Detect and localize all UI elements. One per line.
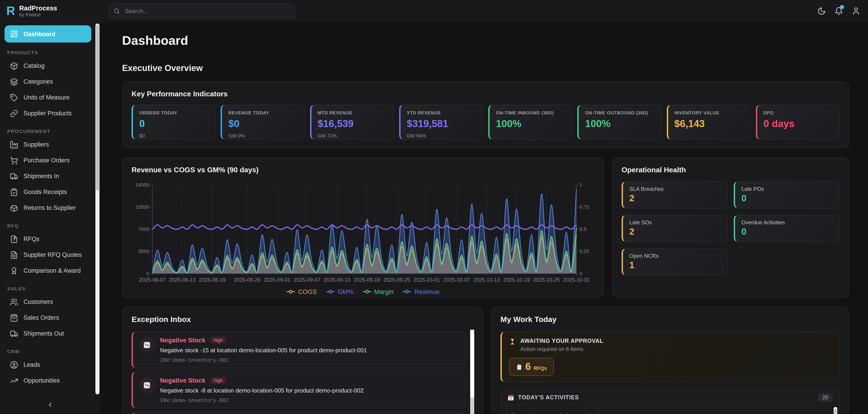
health-value: 1 (629, 261, 721, 269)
sidebar-item-opportunities[interactable]: Opportunities (4, 373, 91, 388)
sidebar-section-procurement: PROCUREMENT (7, 128, 91, 134)
kpi-value: 100% (496, 119, 565, 129)
sidebar-item-leads[interactable]: Leads (4, 357, 91, 373)
cart-icon (10, 156, 18, 165)
legend-item-cogs[interactable]: COGS (286, 288, 317, 295)
calendar-icon: 17 (507, 394, 515, 401)
svg-text:2025-08-07: 2025-08-07 (139, 277, 166, 283)
activities-scrollbar[interactable] (834, 407, 837, 414)
svg-text:2025-10-01: 2025-10-01 (413, 277, 440, 283)
file-text-icon (10, 251, 18, 259)
search-box[interactable] (108, 3, 295, 18)
activity-title: Review overnight production reports (520, 412, 630, 414)
circle-user-icon (10, 361, 18, 369)
awaiting-approval-card: AWAITING YOUR APPROVAL Action required o… (500, 331, 839, 382)
exception-item[interactable]: Negative StockhighNegative stock -15 at … (131, 331, 466, 368)
legend-item-gm[interactable]: GM% (326, 288, 353, 295)
app-root: R RadProcess by Radext DashboardPRODUCTS… (0, 0, 868, 414)
health-value: 0 (741, 227, 833, 236)
svg-text:7000: 7000 (138, 226, 149, 232)
chart-down-icon (139, 337, 155, 353)
kpi-label: MTD REVENUE (318, 110, 387, 115)
svg-text:2025-10-25: 2025-10-25 (533, 277, 560, 283)
theme-toggle-moon-icon[interactable] (816, 6, 827, 16)
shopping-bag-icon (10, 314, 18, 322)
exception-reference: INV:demo-inventory-002 (160, 397, 364, 403)
legend-item-margin[interactable]: Margin (362, 288, 394, 295)
svg-text:17: 17 (509, 397, 513, 400)
legend-marker-icon (362, 289, 371, 294)
activity-item[interactable]: Review overnight production reports (501, 405, 839, 414)
health-value: 2 (629, 194, 721, 203)
sidebar-item-returns-to-supplier[interactable]: Returns to Supplier (4, 200, 91, 216)
rfqs-count: 6 (525, 362, 531, 372)
sidebar-item-dashboard[interactable]: Dashboard (4, 25, 91, 42)
operational-health-title: Operational Health (622, 166, 839, 174)
legend-label: GM% (338, 288, 353, 295)
kpi-label: ORDERS TODAY (139, 110, 209, 115)
sidebar-item-customers[interactable]: Customers (4, 294, 91, 310)
activities-scrollbar-thumb[interactable] (834, 409, 837, 414)
rfqs-approval-button[interactable]: 6 RFQs (509, 358, 554, 376)
health-label: Late POs (741, 186, 833, 192)
tag-icon (10, 93, 18, 101)
sidebar-scrollbar[interactable] (95, 24, 99, 394)
activities-list: Review overnight production reports (501, 405, 839, 414)
kpi-panel-title: Key Performance Indicators (131, 90, 839, 98)
kpi-value: $6,143 (674, 119, 744, 129)
sidebar-item-goods-receipts[interactable]: Goods Receipts (4, 184, 91, 200)
clipboard-icon (516, 363, 523, 371)
app-byline: by Radext (19, 12, 57, 18)
sidebar-item-purchase-orders[interactable]: Purchase Orders (4, 152, 91, 168)
exception-inbox-panel: Exception Inbox Negative StockhighNegati… (122, 306, 483, 414)
legend-label: COGS (298, 288, 317, 295)
todays-activities-title: TODAY'S ACTIVITIES (518, 394, 814, 401)
exception-inbox-title: Exception Inbox (131, 315, 473, 324)
legend-item-revenue[interactable]: Revenue (403, 288, 440, 295)
sidebar-section-rfq: RFQ (7, 223, 91, 228)
exception-scrollbar-thumb[interactable] (470, 330, 474, 397)
sidebar-item-sales-orders[interactable]: Sales Orders (4, 310, 91, 326)
kpi-grid: ORDERS TODAY0$0REVENUE TODAY$0GM 0%MTD R… (131, 105, 839, 140)
clipboard-check-icon (10, 188, 18, 196)
user-account-icon[interactable] (851, 6, 861, 16)
sidebar-item-shipments-in[interactable]: Shipments In (4, 168, 91, 184)
sidebar-item-supplier-products[interactable]: Supplier Products (4, 106, 91, 121)
sidebar-item-comparison-award[interactable]: Comparison & Award (4, 263, 91, 278)
sidebar-collapse-button[interactable] (0, 395, 100, 414)
package-open-icon (10, 204, 18, 212)
svg-text:2025-09-25: 2025-09-25 (383, 277, 410, 283)
svg-text:2025-08-26: 2025-08-26 (234, 277, 260, 283)
sidebar: R RadProcess by Radext DashboardPRODUCTS… (0, 0, 101, 414)
notifications-bell-icon[interactable] (834, 6, 844, 16)
sidebar-item-categories[interactable]: Categories (4, 74, 91, 90)
exception-scrollbar[interactable] (470, 330, 474, 414)
health-value: 2 (629, 227, 721, 236)
health-label: Overdue Activities (741, 219, 833, 226)
todays-activities-card: 17 TODAY'S ACTIVITIES 20 Review overnigh… (500, 389, 839, 414)
sidebar-item-supplier-rfq-quotes[interactable]: Supplier RFQ Quotes (4, 247, 91, 263)
sidebar-item-suppliers[interactable]: Suppliers (4, 137, 91, 152)
kpi-card-on-time-inbound-30d-: ON-TIME INBOUND (30D)100% (488, 105, 572, 140)
sidebar-item-label: Catalog (24, 62, 44, 69)
operational-health-grid: SLA Breaches2Late POs0Late SOs2Overdue A… (622, 181, 839, 275)
sidebar-item-catalog[interactable]: Catalog (4, 58, 91, 74)
kpi-label: ON-TIME OUTBOUND (30D) (585, 110, 655, 115)
exception-title: Negative Stock (160, 377, 206, 384)
legend-marker-icon (326, 289, 335, 294)
sidebar-scrollbar-thumb[interactable] (96, 25, 99, 190)
exception-item[interactable]: Negative StockhighNegative stock -8 at l… (131, 372, 466, 408)
sidebar-item-shipments-out[interactable]: Shipments Out (4, 326, 91, 342)
exception-item[interactable]: Expired LothighExpired lot for product d… (131, 412, 466, 414)
sidebar-item-units-of-measure[interactable]: Units of Measure (4, 90, 91, 106)
search-input[interactable] (124, 7, 290, 15)
link-icon (10, 109, 18, 117)
health-label: Late SOs (629, 219, 721, 226)
truck-icon (10, 329, 18, 337)
page-title: Dashboard (122, 33, 849, 48)
health-card-open-ncrs: Open NCRs1 (622, 248, 727, 275)
svg-text:3500: 3500 (138, 248, 149, 254)
awaiting-approval-subtitle: Action required on 6 items (520, 346, 603, 352)
sidebar-item-rfqs[interactable]: RFQs (4, 231, 91, 247)
sidebar-section-sales: SALES (7, 286, 91, 291)
